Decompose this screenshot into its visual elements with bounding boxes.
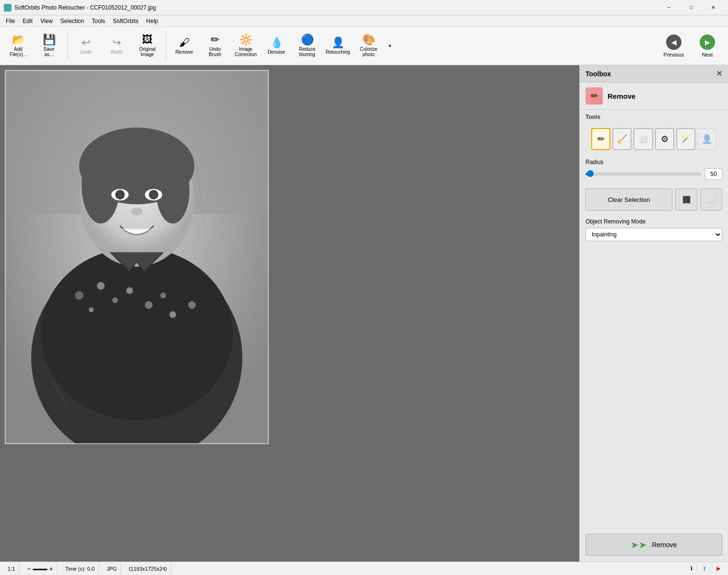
person-icon: 👤 [702, 134, 712, 144]
radius-slider[interactable] [585, 173, 701, 176]
select-file-icon: ⬛ [682, 196, 691, 203]
youtube-button[interactable]: ▶ [713, 565, 724, 572]
tool-brush-button[interactable]: ✏ [591, 128, 610, 150]
toolbox-close-button[interactable]: ✕ [716, 69, 722, 78]
tools-section: Tools ✏ 🧹 ⬜ ⚙ 🪄 👤 [580, 110, 728, 156]
toolbar-more[interactable]: ▾ [385, 30, 394, 62]
photo-container [5, 70, 269, 444]
menu-selection[interactable]: Selection [57, 17, 88, 25]
toolbar-nav: ◀ Previous ▶ Next [657, 30, 724, 62]
image-correction-icon: 🔆 [239, 35, 252, 45]
smart-fill-icon: ⚙ [661, 134, 668, 144]
tool-magic-wand-button[interactable]: 🪄 [676, 128, 695, 150]
tools-row: ✏ 🧹 ⬜ ⚙ 🪄 👤 [585, 124, 722, 154]
svg-point-15 [112, 297, 118, 303]
info-icon: ℹ [691, 565, 692, 572]
toolbar-colorize[interactable]: 🎨 Colorize photo [354, 30, 383, 62]
save-as-icon: 💾 [43, 35, 56, 45]
original-image-icon: 🖼 [142, 35, 153, 45]
zoom-control[interactable]: − ▬▬▬ + [23, 562, 57, 575]
select-invert-button[interactable]: ⬜ [700, 188, 722, 211]
action-row: Clear Selection ⬛ ⬜ [580, 185, 728, 214]
toolbar-original-image-label: Original Image [139, 47, 155, 57]
toolbar: 📂 Add File(s)... 💾 Save as... ↩ Undo ↪ R… [0, 27, 728, 65]
tool-smart-fill-button[interactable]: ⚙ [655, 128, 674, 150]
svg-point-12 [149, 190, 158, 199]
tool-rect-select-button[interactable]: ⬜ [633, 128, 653, 150]
maximize-button[interactable]: □ [680, 0, 702, 15]
image-dimensions: (1193x1725x24) [125, 562, 171, 575]
remove-action-button[interactable]: ➤➤ Remove [585, 534, 722, 556]
toolbox-spacer [580, 245, 728, 528]
remove-btn-section: ➤➤ Remove [580, 528, 728, 562]
previous-label: Previous [664, 52, 684, 58]
photo-svg [5, 70, 269, 444]
menu-bar: File Edit View Selection Tools SoftOrbit… [0, 15, 728, 27]
minimize-button[interactable]: ─ [658, 0, 680, 15]
previous-button[interactable]: ◀ Previous [657, 30, 691, 62]
svg-point-20 [169, 311, 176, 318]
toolbox-header: Toolbox ✕ [580, 65, 728, 82]
mode-label: Object Removing Mode [585, 218, 722, 225]
clear-selection-button[interactable]: Clear Selection [585, 188, 672, 211]
toolbar-reduce-blurring-label: Reduce blurring [299, 47, 315, 57]
toolbar-original-image[interactable]: 🖼 Original Image [133, 30, 162, 62]
zoom-out-button[interactable]: − [27, 565, 31, 573]
radius-value[interactable]: 50 [705, 168, 722, 180]
radius-row: 50 [585, 168, 722, 180]
zoom-slider[interactable]: ▬▬▬ [33, 566, 47, 571]
toolbox-title: Toolbox [585, 70, 611, 78]
radius-section: Radius 50 [580, 156, 728, 185]
toolbar-sep-1 [67, 32, 68, 60]
remove-action-icon: ➤➤ [631, 539, 647, 551]
zoom-level: 1:1 [4, 562, 19, 575]
remove-title: Remove [608, 92, 635, 100]
toolbar-save-as[interactable]: 💾 Save as... [35, 30, 63, 62]
toolbar-redo: ↪ Redo [102, 30, 131, 62]
svg-point-16 [126, 287, 133, 294]
magic-wand-icon: 🪄 [680, 134, 691, 144]
undo-icon: ↩ [82, 37, 90, 48]
facebook-icon: f [704, 566, 705, 572]
toolbar-denoise[interactable]: 💧 Denoise [262, 30, 291, 62]
radius-slider-thumb[interactable] [587, 170, 594, 177]
toolbar-colorize-label: Colorize photo [360, 47, 378, 57]
window-title: SoftOrbits Photo Retoucher - CCF01052012… [14, 4, 658, 11]
toolbar-redo-label: Redo [111, 49, 122, 55]
toolbar-undo-label: Undo [80, 49, 92, 55]
invert-select-icon: ⬜ [707, 196, 716, 203]
app-icon [4, 4, 12, 12]
brush-icon: ✏ [597, 134, 605, 144]
retouching-icon: 👤 [332, 37, 345, 48]
toolbar-add-files[interactable]: 📂 Add File(s)... [4, 30, 33, 62]
toolbar-remove[interactable]: 🖌 Remove [170, 30, 199, 62]
format-label: JPG [107, 566, 117, 572]
svg-point-14 [97, 282, 105, 290]
menu-view[interactable]: View [36, 17, 57, 25]
toolbar-retouching[interactable]: 👤 Retouching [323, 30, 352, 62]
toolbar-reduce-blurring[interactable]: 🔵 Reduce blurring [293, 30, 322, 62]
info-button[interactable]: ℹ [687, 565, 697, 572]
toolbar-undo-brush-label: Undo Brush [209, 47, 221, 57]
more-icon: ▾ [389, 43, 391, 48]
file-format: JPG [103, 562, 121, 575]
zoom-in-button[interactable]: + [49, 565, 53, 573]
canvas-area[interactable] [0, 65, 579, 562]
menu-tools[interactable]: Tools [88, 17, 109, 25]
title-bar: SoftOrbits Photo Retoucher - CCF01052012… [0, 0, 728, 15]
toolbar-image-correction[interactable]: 🔆 Image Correction [231, 30, 260, 62]
toolbar-undo-brush[interactable]: ✏ Undo Brush [201, 30, 229, 62]
facebook-button[interactable]: f [700, 566, 710, 572]
mode-select[interactable]: Inpainting Content Aware Clone Stamp [585, 228, 722, 241]
redo-icon: ↪ [112, 37, 121, 48]
select-from-file-button[interactable]: ⬛ [675, 188, 697, 211]
menu-file[interactable]: File [2, 17, 19, 25]
youtube-icon: ▶ [716, 565, 720, 572]
close-button[interactable]: ✕ [702, 0, 724, 15]
menu-edit[interactable]: Edit [19, 17, 36, 25]
next-button[interactable]: ▶ Next [691, 30, 724, 62]
tool-eraser-button[interactable]: 🧹 [612, 128, 632, 150]
menu-softorbits[interactable]: SoftOrbits [109, 17, 142, 25]
menu-help[interactable]: Help [143, 17, 162, 25]
remove-icon: 🖌 [179, 37, 190, 48]
